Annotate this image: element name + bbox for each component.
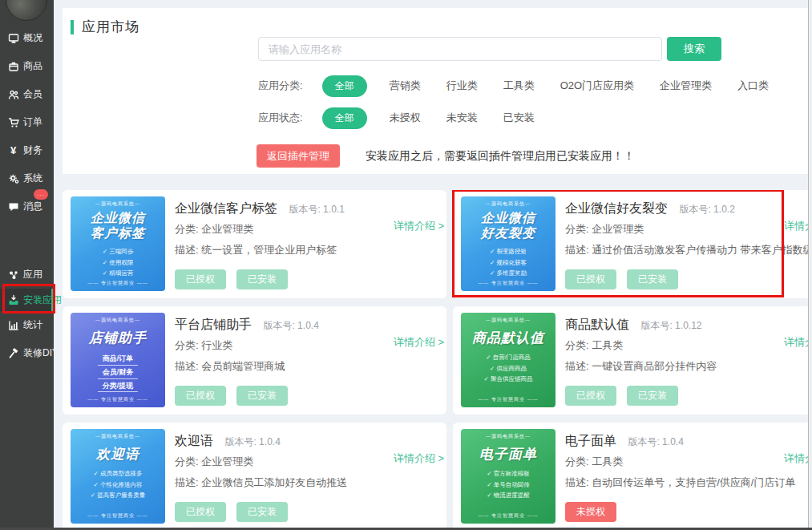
status-option[interactable]: 已安装 (503, 111, 535, 125)
app-version: 版本号: 1.0.12 (640, 320, 701, 331)
sidebar-item-label: 应用 (23, 268, 42, 281)
app-icon-title: 企业微信好友裂变 (481, 210, 535, 241)
app-name: 商品默认值 (565, 318, 629, 331)
app-name: 电子面单 (565, 434, 616, 447)
status-tag-installed[interactable]: 已安装 (236, 502, 288, 522)
active-indicator-bar (51, 289, 54, 311)
category-option[interactable]: 营销类 (390, 79, 421, 93)
sidebar-item-messages[interactable]: 消息... (0, 192, 54, 220)
detail-link[interactable]: 详情介绍 > (784, 219, 808, 233)
gear-icon (7, 172, 19, 184)
app-card: —源码电商系统— 欢迎语 ✓ 成员类型选择多✓ 个性化推送内容✓ 提高客户服务质… (63, 423, 446, 530)
app-icon-footer: —— 专注智慧商业 —— (478, 396, 538, 403)
app-category: 分类: 行业类 (175, 338, 232, 353)
app-name: 企业微信好友裂变 (565, 201, 668, 215)
app-icon-title: 欢迎语 (96, 447, 139, 463)
app-status-tags: 已授权已安装 (565, 269, 689, 289)
vertical-scrollbar[interactable] (808, 0, 812, 530)
search-input[interactable] (258, 37, 662, 61)
app-icon-bullets: ✓ 成员类型选择多✓ 个性化推送内容✓ 提高客户服务质量 (91, 468, 145, 501)
status-tag-installed[interactable]: 已安装 (236, 386, 288, 406)
detail-link[interactable]: 详情介绍 > (784, 335, 808, 350)
sidebar-item-finance[interactable]: ¥财务 (0, 136, 54, 164)
status-option[interactable]: 全部 (322, 107, 367, 129)
app-status-tags: 未授权 (565, 502, 627, 522)
app-status-tags: 已授权已安装 (565, 386, 689, 406)
sidebar-item-overview[interactable]: 概况 (0, 24, 54, 52)
status-tag-installed[interactable]: 已安装 (627, 269, 678, 289)
detail-link[interactable]: 详情介绍 > (394, 335, 444, 350)
sidebar-nav: 概况商品会员订单¥财务系统消息... 应用安装应用统计装修DIY (0, 24, 54, 367)
sidebar-item-statistics[interactable]: 统计 (0, 311, 54, 339)
app-description: 描述: 会员前端管理商城 (175, 359, 285, 374)
status-tag-authorized[interactable]: 已授权 (175, 269, 226, 289)
sidebar-item-label: 订单 (23, 115, 42, 129)
category-option[interactable]: 行业类 (446, 79, 478, 93)
app-card-head: 企业微信客户标签 版本号: 1.0.1 (175, 200, 345, 217)
app-description: 描述: 自动回传运单号，支持自营/供应商/门店订单 (565, 475, 795, 490)
status-tag-installed[interactable]: 已安装 (627, 386, 678, 406)
status-option[interactable]: 未授权 (390, 111, 421, 125)
sidebar-item-system[interactable]: 系统 (0, 164, 54, 192)
sidebar-item-orders[interactable]: 订单 (0, 108, 54, 136)
app-card-head: 企业微信好友裂变 版本号: 1.0.2 (565, 200, 735, 217)
app-card-head: 商品默认值 版本号: 1.0.12 (565, 317, 701, 334)
app-icon-banner: —源码电商系统— (95, 434, 140, 439)
detail-link[interactable]: 详情介绍 > (394, 219, 444, 233)
status-tag-authorized[interactable]: 已授权 (565, 269, 616, 289)
app-card: —源码电商系统— 店铺助手 商品/订单会员/财务分类/提现 —— 专注智慧商业 … (63, 306, 446, 415)
app-version: 版本号: 1.0.4 (263, 320, 318, 331)
app-description: 描述: 企业微信员工添加好友自动推送 (175, 475, 347, 490)
app-card-head: 平台店铺助手 版本号: 1.0.4 (175, 317, 319, 334)
user-avatar[interactable] (6, 0, 47, 21)
back-to-plugins-button[interactable]: 返回插件管理 (257, 144, 340, 168)
chart-icon (7, 319, 19, 331)
app-status-tags: 已授权已安装 (175, 502, 298, 522)
notice-row: 返回插件管理 安装应用之后，需要返回插件管理启用已安装应用！！ (257, 144, 635, 168)
app-card-head: 欢迎语 版本号: 1.0.4 (175, 433, 281, 450)
sidebar-item-goods[interactable]: 商品 (0, 52, 54, 80)
app-icon-bullets: ✓ 裂变路径短✓ 规模化获客✓ 多维度奖励 (490, 246, 527, 279)
app-category: 分类: 企业管理类 (565, 222, 644, 237)
app-version: 版本号: 1.0.4 (628, 436, 683, 447)
app-icon-title: 店铺助手 (89, 330, 147, 346)
app-version: 版本号: 1.0.1 (289, 204, 344, 215)
detail-link[interactable]: 详情介绍 > (394, 451, 444, 466)
sidebar-app-group: 应用安装应用统计装修DIY (0, 261, 54, 367)
install-notice-text: 安装应用之后，需要返回插件管理启用已安装应用！！ (366, 149, 635, 164)
category-option[interactable]: 工具类 (503, 79, 535, 93)
app-description: 描述: 一键设置商品部分挂件内容 (565, 359, 717, 374)
page-title-block: 应用市场 (71, 18, 139, 36)
app-category: 分类: 工具类 (565, 338, 623, 353)
status-tag-unauthorized[interactable]: 未授权 (565, 502, 616, 522)
yen-icon: ¥ (7, 144, 19, 156)
status-tag-authorized[interactable]: 已授权 (175, 386, 226, 406)
app-card-head: 电子面单 版本号: 1.0.4 (565, 433, 684, 450)
detail-link[interactable]: 详情介绍 > (784, 451, 808, 466)
app-icon-footer: —— 专注智慧商业 —— (478, 512, 538, 520)
sidebar-item-members[interactable]: 会员 (0, 80, 54, 108)
app-icon-tile: —源码电商系统— 企业微信客户标签 ✓ 三端同步✓ 使用权限✓ 精细运营 —— … (71, 196, 165, 291)
app-icon-bullets: ✓ 三端同步✓ 使用权限✓ 精细运营 (103, 246, 133, 279)
app-icon-footer: —— 专注智慧商业 —— (87, 280, 147, 287)
app-icon-banner: —源码电商系统— (486, 318, 531, 322)
apps-icon (7, 269, 19, 281)
category-option[interactable]: 企业管理类 (660, 79, 712, 93)
app-icon-tile: —源码电商系统— 企业微信好友裂变 ✓ 裂变路径短✓ 规模化获客✓ 多维度奖励 … (461, 196, 555, 291)
sidebar-item-apps[interactable]: 应用 (0, 261, 54, 289)
search-button[interactable]: 搜索 (667, 37, 721, 61)
category-option[interactable]: O2O门店应用类 (560, 79, 634, 93)
status-tag-authorized[interactable]: 已授权 (175, 502, 226, 522)
category-option[interactable]: 入口类 (737, 79, 769, 93)
status-tag-installed[interactable]: 已安装 (236, 269, 288, 289)
sidebar: 概况商品会员订单¥财务系统消息... 应用安装应用统计装修DIY (0, 0, 54, 528)
status-tag-authorized[interactable]: 已授权 (565, 386, 616, 406)
install-icon (7, 294, 19, 306)
sidebar-item-install-apps[interactable]: 安装应用 (0, 289, 54, 311)
category-option[interactable]: 全部 (322, 75, 367, 97)
app-card: —源码电商系统— 商品默认值 ✓ 自营/门店商品✓ 供应商商品✓ 聚合供应链商品… (453, 306, 808, 415)
status-option[interactable]: 未安装 (446, 111, 478, 125)
app-icon-banner: —源码电商系统— (486, 434, 531, 439)
app-status-tags: 已授权已安装 (175, 386, 298, 406)
sidebar-item-decorate-diy[interactable]: 装修DIY (0, 339, 54, 367)
